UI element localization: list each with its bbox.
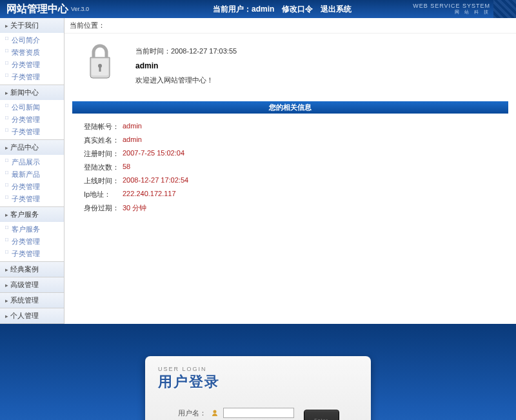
sidebar-item[interactable]: 分类管理: [0, 181, 64, 193]
info-label: 登陆帐号：: [84, 122, 123, 132]
sidebar-group-head[interactable]: 客户服务: [0, 207, 64, 222]
info-value: 58: [123, 163, 130, 172]
sidebar-item[interactable]: 最新产品: [0, 168, 64, 181]
welcome-block: 当前时间：2008-12-27 17:03:55 admin 欢迎进入网站管理中…: [64, 34, 516, 95]
info-label: 上线时间：: [84, 176, 123, 186]
breadcrumb: 当前位置：: [64, 18, 516, 34]
login-button[interactable]: Enter 登录: [304, 410, 339, 421]
current-user-text: 当前用户：admin: [213, 4, 274, 15]
username-label: 用户名：: [177, 408, 206, 418]
welcome-message: 欢迎进入网站管理中心！: [135, 75, 237, 85]
sidebar-group-head[interactable]: 新闻中心: [0, 85, 64, 100]
info-value: 2008-12-27 17:02:54: [123, 176, 188, 186]
sidebar-group-head[interactable]: 个人管理: [0, 308, 64, 323]
lock-icon: [84, 43, 116, 81]
login-title-en: user Login: [158, 366, 358, 372]
sidebar-group-head[interactable]: 系统管理: [0, 293, 64, 308]
top-header: 网站管理中心 Ver.3.0 当前用户：admin 修改口令 退出系统 WEB …: [0, 0, 516, 18]
sidebar-group-head[interactable]: 关于我们: [0, 18, 64, 33]
info-row: 注册时间：2007-7-25 15:02:04: [84, 147, 497, 161]
sidebar-item[interactable]: 客户服务: [0, 223, 64, 235]
logout-link[interactable]: 退出系统: [321, 4, 352, 15]
login-section: user Login 用户登录 用户名： 密 码： Cookie： 不保存: [0, 324, 516, 420]
info-row: 上线时间：2008-12-27 17:02:54: [84, 174, 497, 188]
site-logo: 网站管理中心: [6, 3, 68, 16]
sidebar-item[interactable]: 子类管理: [0, 126, 64, 138]
sidebar-group-head[interactable]: 经典案例: [0, 262, 64, 277]
login-box: user Login 用户登录 用户名： 密 码： Cookie： 不保存: [145, 356, 371, 420]
login-title-cn: 用户登录: [158, 372, 358, 392]
info-value: 30 分钟: [123, 203, 146, 213]
sidebar-item[interactable]: 分类管理: [0, 59, 64, 71]
welcome-user: admin: [135, 61, 237, 70]
info-value: admin: [123, 122, 142, 132]
info-value: 2007-7-25 15:02:04: [123, 149, 184, 159]
info-value: 222.240.172.117: [123, 190, 176, 199]
sidebar-group-head[interactable]: 高级管理: [0, 277, 64, 292]
username-input[interactable]: [223, 408, 294, 418]
info-bar: 您的相关信息: [72, 101, 508, 114]
info-row: 登陆帐号：admin: [84, 120, 497, 134]
sidebar-item[interactable]: 公司简介: [0, 34, 64, 46]
sidebar-item[interactable]: 分类管理: [0, 235, 64, 248]
sidebar-group-head[interactable]: 产品中心: [0, 140, 64, 155]
sidebar-item[interactable]: 子类管理: [0, 248, 64, 260]
header-pattern: [493, 0, 516, 18]
sidebar-item[interactable]: 分类管理: [0, 114, 64, 126]
info-label: 登陆次数：: [84, 163, 123, 172]
brand-label: WEB SERVICE SYSTEM 网 站 科 技: [413, 3, 490, 15]
version-label: Ver.3.0: [71, 6, 89, 12]
current-time: 当前时间：2008-12-27 17:03:55: [135, 46, 237, 56]
sidebar-item[interactable]: 子类管理: [0, 71, 64, 83]
sidebar: 关于我们公司简介荣誉资质分类管理子类管理新闻中心公司新闻分类管理子类管理产品中心…: [0, 18, 64, 324]
info-table: 登陆帐号：admin真实姓名：admin注册时间：2007-7-25 15:02…: [84, 120, 497, 215]
user-icon: [210, 408, 219, 417]
top-nav: 当前用户：admin 修改口令 退出系统: [213, 4, 352, 15]
info-row: 真实姓名：admin: [84, 134, 497, 147]
info-label: 身份过期：: [84, 203, 123, 213]
info-label: 真实姓名：: [84, 135, 123, 145]
svg-rect-2: [99, 66, 101, 72]
sidebar-item[interactable]: 荣誉资质: [0, 46, 64, 59]
info-label: Ip地址：: [84, 190, 123, 199]
info-row: 登陆次数：58: [84, 161, 497, 174]
info-row: Ip地址：222.240.172.117: [84, 188, 497, 201]
info-label: 注册时间：: [84, 149, 123, 159]
info-value: admin: [123, 135, 142, 145]
sidebar-item[interactable]: 产品展示: [0, 156, 64, 168]
change-password-link[interactable]: 修改口令: [282, 4, 313, 15]
main-content: 当前位置： 当前时间：2008-12-27 17:03:55 admin 欢迎进…: [64, 18, 516, 324]
sidebar-item[interactable]: 公司新闻: [0, 101, 64, 114]
sidebar-item[interactable]: 子类管理: [0, 193, 64, 205]
info-row: 身份过期：30 分钟: [84, 201, 497, 215]
svg-point-3: [213, 410, 216, 414]
